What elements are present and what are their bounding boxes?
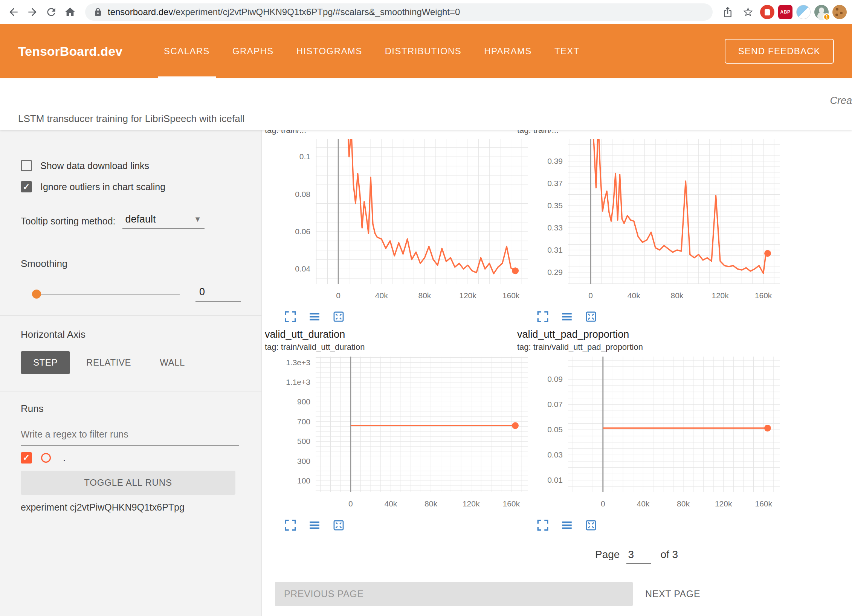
chart-card-1: tag: train/... 0.040.060.080.1040k80k120… <box>265 130 528 323</box>
tooltip-sorting-label: Tooltip sorting method: <box>21 216 116 227</box>
svg-text:0.35: 0.35 <box>547 201 563 210</box>
run-checkbox[interactable] <box>21 452 32 464</box>
smoothing-value-input[interactable]: 0 <box>195 286 241 302</box>
expand-chart-icon[interactable] <box>536 310 550 323</box>
smoothing-slider[interactable] <box>32 287 180 302</box>
svg-text:0: 0 <box>336 291 340 300</box>
svg-text:0.07: 0.07 <box>547 400 563 409</box>
tooltip-sorting-row: Tooltip sorting method: default ▼ <box>21 213 205 229</box>
svg-text:900: 900 <box>297 397 310 406</box>
svg-text:0: 0 <box>348 499 353 508</box>
tab-distributions[interactable]: DISTRIBUTIONS <box>374 24 473 78</box>
svg-text:80k: 80k <box>670 291 683 300</box>
svg-text:0.31: 0.31 <box>547 245 563 254</box>
step-button[interactable]: STEP <box>21 351 70 374</box>
svg-text:0.05: 0.05 <box>547 425 563 434</box>
send-feedback-button[interactable]: SEND FEEDBACK <box>725 39 834 64</box>
reload-icon[interactable] <box>43 4 60 20</box>
data-series-icon[interactable] <box>560 518 574 532</box>
relative-button[interactable]: RELATIVE <box>74 351 144 374</box>
svg-text:80k: 80k <box>677 499 690 508</box>
line-chart[interactable]: 0.290.310.330.350.370.39040k80k120k160k <box>517 139 781 305</box>
smoothing-row: 0 <box>21 286 241 302</box>
previous-page-button[interactable]: PREVIOUS PAGE <box>275 582 633 606</box>
runs-filter-input[interactable] <box>21 427 239 446</box>
divider <box>0 315 261 316</box>
svg-text:40k: 40k <box>637 499 649 508</box>
data-series-icon[interactable] <box>308 310 321 323</box>
main-nav: SCALARS GRAPHS HISTOGRAMS DISTRIBUTIONS … <box>153 24 591 78</box>
data-series-icon[interactable] <box>308 518 321 532</box>
wall-button[interactable]: WALL <box>147 351 197 374</box>
back-icon[interactable] <box>5 4 22 20</box>
ignore-outliers-row: Ignore outliers in chart scaling <box>21 181 165 192</box>
horizontal-axis-heading: Horizontal Axis <box>21 329 86 340</box>
fit-domain-icon[interactable] <box>584 518 598 532</box>
svg-text:0.03: 0.03 <box>547 450 563 459</box>
chart-tag: tag: train/valid_utt_duration <box>265 342 528 352</box>
tab-graphs[interactable]: GRAPHS <box>221 24 285 78</box>
adblock-extension-icon[interactable] <box>760 5 774 19</box>
expand-chart-icon[interactable] <box>284 518 297 532</box>
notification-badge: 1 <box>823 13 831 21</box>
pagination: Page 3 of 3 <box>595 549 678 564</box>
share-icon[interactable] <box>719 4 736 20</box>
svg-text:0.33: 0.33 <box>547 223 563 232</box>
tab-text[interactable]: TEXT <box>543 24 591 78</box>
chart-card-4: valid_utt_pad_proportion tag: train/vali… <box>517 329 781 532</box>
extension-icon[interactable] <box>796 5 811 19</box>
svg-text:0.37: 0.37 <box>547 179 563 188</box>
cookie-icon[interactable] <box>832 5 847 19</box>
fit-domain-icon[interactable] <box>584 310 598 323</box>
next-page-button[interactable]: NEXT PAGE <box>645 582 700 606</box>
svg-text:0: 0 <box>601 499 605 508</box>
url-domain: tensorboard.dev <box>108 7 173 17</box>
svg-text:300: 300 <box>297 457 310 465</box>
tooltip-sorting-dropdown[interactable]: default ▼ <box>122 213 205 229</box>
line-chart[interactable]: 0.040.060.080.1040k80k120k160k <box>265 139 528 305</box>
svg-text:700: 700 <box>297 417 310 426</box>
address-bar[interactable]: tensorboard.dev/experiment/cj2vtPiwQHKN9… <box>85 3 713 21</box>
tab-scalars[interactable]: SCALARS <box>153 24 221 78</box>
url-path: /experiment/cj2vtPiwQHKN9Q1tx6PTpg/#scal… <box>173 7 460 17</box>
ignore-outliers-checkbox[interactable] <box>21 181 32 192</box>
page-number-input[interactable]: 3 <box>626 549 651 564</box>
lock-icon <box>93 8 102 17</box>
divider <box>0 243 261 243</box>
chart-toolbar <box>265 310 528 323</box>
line-chart[interactable]: 0.010.030.050.070.09040k80k120k160k <box>517 355 781 513</box>
svg-text:0: 0 <box>588 291 593 300</box>
svg-text:0.08: 0.08 <box>295 190 310 198</box>
bookmark-star-icon[interactable] <box>740 4 756 20</box>
expand-chart-icon[interactable] <box>536 518 550 532</box>
svg-text:0.06: 0.06 <box>295 227 310 236</box>
chart-card-3: valid_utt_duration tag: train/valid_utt_… <box>265 329 528 532</box>
svg-text:40k: 40k <box>375 291 388 300</box>
show-download-label: Show data download links <box>40 160 149 171</box>
svg-text:40k: 40k <box>384 499 397 508</box>
expand-chart-icon[interactable] <box>284 310 297 323</box>
run-row[interactable]: . <box>21 452 66 464</box>
created-label-truncated: Crea <box>830 95 852 107</box>
chart-card-2: tag: train/... 0.290.310.330.350.370.390… <box>517 130 781 323</box>
svg-text:0.39: 0.39 <box>547 157 563 165</box>
profile-avatar[interactable]: 1 <box>814 5 829 19</box>
smoothing-heading: Smoothing <box>21 258 67 270</box>
fit-domain-icon[interactable] <box>332 518 345 532</box>
fit-domain-icon[interactable] <box>332 310 345 323</box>
run-color-swatch <box>41 453 51 463</box>
chevron-down-icon: ▼ <box>194 215 202 224</box>
show-download-checkbox[interactable] <box>21 160 32 171</box>
svg-text:1.3e+3: 1.3e+3 <box>286 358 310 367</box>
svg-text:0.29: 0.29 <box>547 268 563 276</box>
home-icon[interactable] <box>62 4 78 20</box>
person-icon <box>819 8 824 13</box>
smoothing-slider-thumb[interactable] <box>32 290 41 299</box>
line-chart[interactable]: 1003005007009001.1e+31.3e+3040k80k120k16… <box>265 355 528 513</box>
abp-extension-icon[interactable]: ABP <box>778 5 792 19</box>
forward-icon[interactable] <box>24 4 41 20</box>
tab-hparams[interactable]: HPARAMS <box>473 24 543 78</box>
data-series-icon[interactable] <box>560 310 574 323</box>
tab-histograms[interactable]: HISTOGRAMS <box>285 24 374 78</box>
toggle-all-runs-button[interactable]: TOGGLE ALL RUNS <box>21 471 235 495</box>
